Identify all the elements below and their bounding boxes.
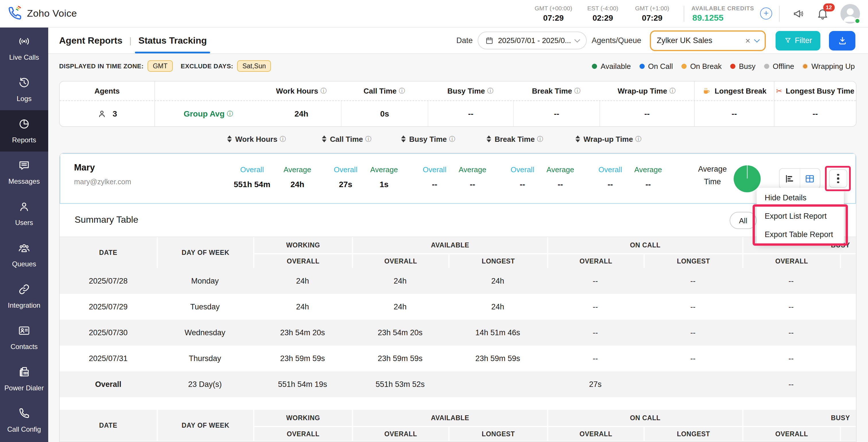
cell-busy-longest [840, 320, 857, 346]
sidebar-item-queues[interactable]: Queues [0, 234, 48, 276]
sort-busy-time[interactable]: Busy Timeⓘ [401, 131, 455, 147]
coffee-cup-icon [702, 87, 711, 95]
wrap_up_time-average-label: Average [634, 165, 662, 174]
info-icon[interactable]: ⓘ [399, 87, 405, 95]
tab-agent-reports[interactable]: Agent Reports [59, 28, 122, 53]
legend-dot [640, 63, 645, 69]
sidebar-item-reports[interactable]: Reports [0, 110, 48, 152]
phone-logo-icon [7, 6, 22, 21]
credits-label: AVAILABLE CREDITS [691, 5, 754, 11]
group-avg-cell[interactable]: Group Avgⓘ [155, 101, 262, 126]
sidebar-item-call-config[interactable]: Call Config [0, 400, 48, 441]
cell-oncall_overall: 27s [547, 371, 644, 397]
sort-call-time[interactable]: Call Timeⓘ [322, 131, 371, 147]
col-spacer [155, 82, 262, 100]
reports-icon [18, 118, 30, 130]
person-icon [97, 109, 107, 119]
header-oncall-overall: OVERALL [547, 426, 644, 441]
clear-selection-icon[interactable]: × [745, 36, 750, 45]
work_hours-average-label: Average [284, 165, 311, 174]
header-working-overall: OVERALL [253, 253, 352, 268]
date-range-picker[interactable]: 2025/07/01 - 2025/0... [478, 32, 586, 50]
legend-label: Wrapping Up [811, 62, 855, 70]
user-avatar[interactable] [840, 4, 860, 23]
info-icon[interactable]: ⓘ [670, 87, 676, 95]
sidebar-item-contacts[interactable]: Contacts [0, 317, 48, 358]
agents-count-cell: 3 [60, 101, 155, 126]
info-icon[interactable]: ⓘ [537, 135, 544, 143]
work_hours-average-value: 24h [290, 180, 304, 189]
sort-header-row: Work HoursⓘCall TimeⓘBusy TimeⓘBreak Tim… [48, 131, 868, 147]
wrap_up_time-overall-value: -- [608, 180, 613, 189]
download-report-button[interactable] [829, 31, 856, 50]
sort-wrap-up-time[interactable]: Wrap-up Timeⓘ [576, 131, 642, 147]
group-longest-break-value: -- [694, 101, 774, 126]
menu-item-export-table-report[interactable]: Export Table Report [756, 225, 844, 243]
info-icon[interactable]: ⓘ [365, 135, 372, 143]
sidebar-item-hash[interactable]: # [0, 441, 48, 442]
timezone-clock: GMT (+1:00)07:29 [627, 5, 677, 22]
cell-avail_overall: 23h 59m 59s [352, 346, 448, 371]
info-icon[interactable]: ⓘ [320, 87, 327, 95]
col-busy-time: Busy Timeⓘ [428, 82, 513, 100]
sort-arrows-icon [401, 135, 406, 143]
call_time-overall-label: Overall [334, 165, 358, 174]
agents-queue-select[interactable]: Zylker UK Sales × [650, 30, 766, 51]
power-dialer-icon [18, 366, 30, 378]
filter-button[interactable]: Filter [776, 31, 820, 50]
more-options-button[interactable] [829, 169, 847, 188]
cell-working: 23h 54m 20s [253, 320, 352, 346]
cell-oncall_longest [644, 371, 742, 397]
cell-avail_longest: 14h 51m 46s [448, 320, 547, 346]
header-oncall-longest: LONGEST [644, 426, 742, 441]
notification-count-badge: 12 [823, 3, 834, 11]
status-legend: AvailableOn CallOn BreakBusyOfflineWrapp… [592, 62, 868, 70]
sidebar-item-live-calls[interactable]: Live Calls [0, 28, 48, 69]
info-icon[interactable]: ⓘ [280, 135, 286, 143]
agents-queue-value: Zylker UK Sales [657, 36, 741, 45]
busy_time-overall-value: -- [432, 180, 437, 189]
cell-date: 2025/07/31 [60, 346, 157, 371]
header-group-working: WORKING [253, 410, 352, 426]
col-longest-break: Longest Break [694, 82, 774, 100]
col-work-hours: Work Hoursⓘ [262, 82, 341, 100]
sort-break-time[interactable]: Break Timeⓘ [487, 131, 544, 147]
summary-filter-all[interactable]: All [730, 212, 756, 229]
group-busy-time-value: -- [428, 101, 513, 126]
divider [684, 5, 684, 22]
add-credits-button[interactable]: + [760, 7, 772, 20]
sidebar-item-users[interactable]: Users [0, 193, 48, 234]
cell-oncall_longest: -- [644, 294, 742, 320]
agent-row: Mary mary@zylker.com Overall551h 54mAver… [60, 153, 856, 204]
legend-dot [592, 63, 597, 69]
info-icon[interactable]: ⓘ [449, 135, 456, 143]
table-grid-icon [805, 173, 815, 184]
table-view-button[interactable] [799, 169, 820, 188]
timezone-clocks: GMT (+00:00)07:29EST (-4:00)02:29GMT (+1… [529, 5, 677, 22]
cell-oncall_longest: -- [644, 320, 742, 346]
info-icon[interactable]: ⓘ [487, 87, 494, 95]
info-icon[interactable]: ⓘ [635, 135, 642, 143]
sidebar-item-logs[interactable]: Logs [0, 69, 48, 110]
header-working-overall: OVERALL [253, 426, 352, 441]
sidebar-item-messages[interactable]: Messages [0, 152, 48, 193]
header-day-of-week: DAY OF WEEK [157, 237, 253, 268]
sort-arrows-icon [487, 135, 491, 143]
sidebar-item-power-dialer[interactable]: Power Dialer [0, 358, 48, 400]
notifications-button[interactable]: 12 [816, 7, 829, 20]
sort-work-hours[interactable]: Work Hoursⓘ [227, 131, 286, 147]
announcements-button[interactable] [792, 7, 805, 20]
header-group-available: AVAILABLE [352, 237, 547, 253]
tab-separator: | [129, 36, 131, 45]
date-label: Date [456, 36, 473, 45]
sidebar-item-integration[interactable]: Integration [0, 276, 48, 317]
summary-row-overall: Overall23 Day(s)551h 54m 19s551h 53m 52s… [60, 371, 857, 397]
menu-item-export-list-report[interactable]: Export List Report [756, 207, 844, 225]
menu-item-hide-details[interactable]: Hide Details [756, 188, 844, 207]
bar-chart-view-button[interactable] [780, 169, 799, 188]
info-icon[interactable]: ⓘ [575, 87, 581, 95]
summary-table-body: 2025/07/28Monday24h24h24h------2025/07/2… [60, 268, 857, 397]
calendar-icon [485, 36, 494, 45]
tab-status-tracking[interactable]: Status Tracking [138, 28, 207, 53]
users-icon [18, 200, 30, 213]
